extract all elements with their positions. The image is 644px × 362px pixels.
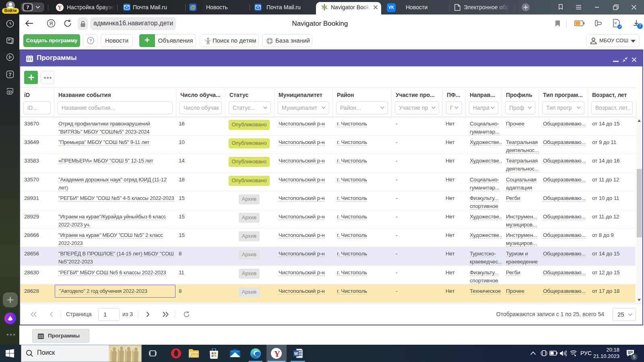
svg-text:?: ? <box>89 38 92 43</box>
svg-text:7: 7 <box>9 72 12 78</box>
svg-text:W: W <box>294 352 298 356</box>
